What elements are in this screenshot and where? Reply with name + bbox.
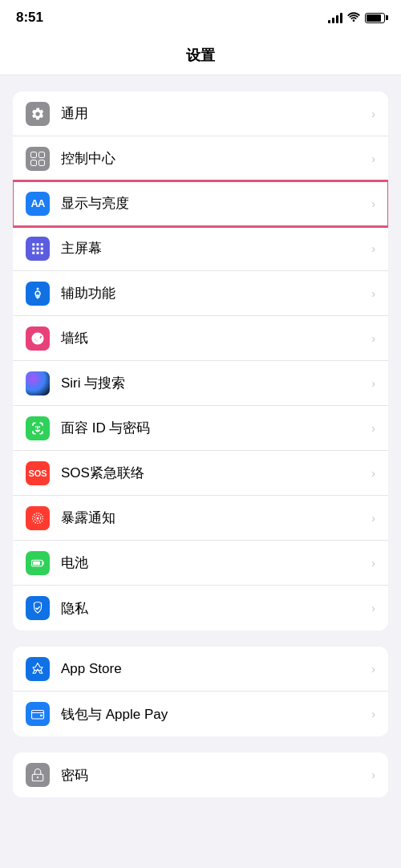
password-label: 密码	[61, 766, 371, 785]
chevron-icon: ›	[371, 287, 375, 300]
status-bar: 8:51	[0, 0, 401, 35]
settings-content: 通用 › 控制中心 › AA 显示与亮度 ›	[0, 75, 401, 868]
signal-bars-icon	[328, 12, 342, 23]
exposure-label: 暴露通知	[61, 509, 371, 527]
siri-icon	[26, 371, 50, 395]
control-center-icon	[26, 147, 50, 171]
settings-item-sos[interactable]: SOS SOS紧急联络 ›	[13, 451, 388, 496]
settings-item-control-center[interactable]: 控制中心 ›	[13, 136, 388, 181]
settings-item-privacy[interactable]: 隐私 ›	[13, 586, 388, 631]
page-title: 设置	[186, 46, 215, 65]
wallet-icon	[26, 702, 50, 726]
chevron-icon: ›	[371, 332, 375, 345]
chevron-icon: ›	[371, 557, 375, 570]
settings-item-exposure[interactable]: 暴露通知 ›	[13, 496, 388, 541]
page-header: 设置	[0, 35, 401, 75]
chevron-icon: ›	[371, 422, 375, 435]
homescreen-label: 主屏幕	[61, 239, 371, 258]
svg-rect-8	[40, 715, 43, 716]
siri-label: Siri 与搜索	[61, 374, 371, 392]
control-center-label: 控制中心	[61, 149, 371, 168]
svg-point-10	[37, 777, 38, 778]
chevron-icon: ›	[371, 197, 375, 210]
password-icon	[26, 763, 50, 787]
wallpaper-label: 墙纸	[61, 329, 371, 347]
chevron-icon: ›	[371, 107, 375, 120]
battery-label: 电池	[61, 554, 371, 572]
faceid-label: 面容 ID 与密码	[61, 419, 371, 437]
wallpaper-icon	[26, 327, 50, 351]
chevron-icon: ›	[371, 377, 375, 390]
faceid-icon	[26, 416, 50, 440]
chevron-icon: ›	[371, 467, 375, 480]
accessibility-label: 辅助功能	[61, 284, 371, 302]
wifi-icon	[347, 11, 360, 25]
chevron-icon: ›	[371, 769, 375, 781]
chevron-icon: ›	[371, 663, 375, 675]
settings-item-siri[interactable]: Siri 与搜索 ›	[13, 361, 388, 406]
settings-item-accessibility[interactable]: 辅助功能 ›	[13, 271, 388, 316]
settings-item-password[interactable]: 密码 ›	[13, 752, 388, 797]
general-label: 通用	[61, 104, 371, 123]
gear-icon	[26, 102, 50, 126]
status-icons	[328, 11, 385, 25]
privacy-icon	[26, 596, 50, 620]
wallet-label: 钱包与 Apple Pay	[61, 705, 371, 724]
chevron-icon: ›	[371, 152, 375, 165]
svg-point-0	[37, 287, 39, 290]
settings-item-wallpaper[interactable]: 墙纸 ›	[13, 316, 388, 361]
svg-point-2	[37, 517, 39, 519]
display-label: 显示与亮度	[61, 194, 371, 213]
settings-group-general: 通用 › 控制中心 › AA 显示与亮度 ›	[13, 91, 388, 631]
svg-rect-6	[33, 561, 40, 565]
battery-icon	[365, 13, 385, 23]
settings-item-faceid[interactable]: 面容 ID 与密码 ›	[13, 406, 388, 451]
settings-item-wallet[interactable]: 钱包与 Apple Pay ›	[13, 692, 388, 736]
display-icon: AA	[26, 192, 50, 216]
appstore-label: App Store	[61, 661, 371, 677]
settings-group-apps: App Store › 钱包与 Apple Pay ›	[13, 647, 388, 736]
sos-label: SOS紧急联络	[61, 464, 371, 482]
settings-item-general[interactable]: 通用 ›	[13, 91, 388, 136]
settings-item-appstore[interactable]: App Store ›	[13, 647, 388, 692]
settings-item-homescreen[interactable]: 主屏幕 ›	[13, 226, 388, 271]
chevron-icon: ›	[371, 708, 375, 720]
homescreen-icon	[26, 237, 50, 261]
appstore-icon	[26, 657, 50, 681]
chevron-icon: ›	[371, 242, 375, 255]
exposure-icon	[26, 506, 50, 530]
accessibility-icon	[26, 282, 50, 306]
chevron-icon: ›	[371, 602, 375, 614]
chevron-icon: ›	[371, 512, 375, 525]
settings-item-battery[interactable]: 电池 ›	[13, 541, 388, 586]
battery-setting-icon	[26, 551, 50, 575]
privacy-label: 隐私	[61, 599, 371, 618]
sos-icon: SOS	[26, 461, 50, 485]
settings-item-display[interactable]: AA 显示与亮度 ›	[13, 181, 388, 226]
status-time: 8:51	[16, 10, 43, 26]
settings-group-password: 密码 ›	[13, 752, 388, 797]
